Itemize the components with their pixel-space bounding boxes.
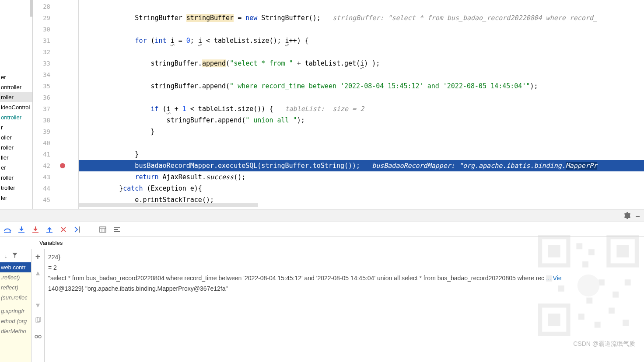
gutter-row[interactable]: 35: [33, 80, 78, 92]
gutter-row[interactable]: 45: [33, 194, 78, 205]
debug-toolbar: [0, 222, 644, 237]
breakpoint-icon[interactable]: [60, 163, 65, 168]
code-line[interactable]: stringBuffer.append(" where record_time …: [79, 80, 644, 92]
variable-row[interactable]: = 2: [48, 262, 640, 273]
force-step-into-icon[interactable]: [32, 226, 39, 233]
file-tree-item[interactable]: troller: [0, 183, 32, 193]
editor-gutter[interactable]: 282930313233343536373839404142434445: [33, 0, 79, 209]
trace-icon[interactable]: [113, 226, 121, 233]
code-line[interactable]: if (i + 1 < tableList.size()) { tableLis…: [79, 103, 644, 115]
code-line[interactable]: }: [79, 126, 644, 137]
gutter-row[interactable]: 41: [33, 149, 78, 160]
stack-frame-item[interactable]: dlerMetho: [0, 326, 31, 336]
file-tree-panel[interactable]: erontrollerrollerideoControlontrollerrol…: [0, 0, 33, 209]
gutter-row[interactable]: 39: [33, 126, 78, 137]
minimize-icon[interactable]: —: [636, 212, 640, 220]
gutter-row[interactable]: 44: [33, 183, 78, 194]
gutter-row[interactable]: 32: [33, 46, 78, 58]
gutter-row[interactable]: 28: [33, 1, 78, 12]
gutter-row[interactable]: 40: [33, 137, 78, 149]
code-line[interactable]: [79, 137, 644, 149]
variables-tab[interactable]: Variables: [0, 237, 644, 249]
code-line[interactable]: }catch (Exception e){: [79, 183, 644, 194]
gutter-row[interactable]: 31: [33, 35, 78, 46]
file-tree-item[interactable]: ontroller: [0, 82, 32, 92]
editor-h-scrollbar[interactable]: [79, 203, 258, 207]
gutter-row[interactable]: 42: [33, 160, 78, 171]
stack-frame-item[interactable]: g.springfr: [0, 306, 31, 316]
file-tree-item[interactable]: ler: [0, 193, 32, 203]
stack-frame-item[interactable]: ethod (org: [0, 316, 31, 326]
code-line[interactable]: busBadaoRecordMapper.executeSQL(stringBu…: [79, 160, 644, 171]
stack-frame-item[interactable]: web.contr: [0, 262, 31, 272]
file-tree-scrollbar[interactable]: [30, 0, 33, 17]
gutter-row[interactable]: 36: [33, 92, 78, 103]
line-number: 35: [33, 80, 50, 92]
code-editor[interactable]: StringBuffer stringBuffer = new StringBu…: [79, 0, 644, 209]
code-line[interactable]: [79, 1, 644, 12]
gutter-row[interactable]: 43: [33, 171, 78, 183]
line-number: 32: [33, 46, 50, 58]
line-number: 34: [33, 69, 50, 80]
stack-frame-item[interactable]: reflect): [0, 282, 31, 292]
frame-down-icon[interactable]: ↓: [4, 253, 7, 259]
run-to-cursor-icon[interactable]: [74, 226, 81, 233]
stack-frame-item[interactable]: (sun.reflec: [0, 292, 31, 303]
gutter-row[interactable]: 38: [33, 115, 78, 126]
line-number: 30: [33, 24, 50, 35]
file-tree-item[interactable]: roller: [0, 92, 32, 102]
file-tree-item[interactable]: r: [0, 122, 32, 132]
svg-rect-5: [100, 227, 106, 232]
gutter-row[interactable]: 34: [33, 69, 78, 80]
file-tree-item[interactable]: roller: [0, 173, 32, 183]
code-line[interactable]: stringBuffer.append("select * from " + t…: [79, 58, 644, 69]
code-line[interactable]: [79, 24, 644, 35]
gear-icon[interactable]: [624, 212, 631, 221]
file-tree-item[interactable]: ller: [0, 153, 32, 163]
code-line[interactable]: for (int i = 0; i < tableList.size(); i+…: [79, 35, 644, 46]
evaluate-expression-icon[interactable]: [99, 226, 107, 233]
step-over-icon[interactable]: [4, 226, 11, 233]
code-line[interactable]: return AjaxResult.success();: [79, 171, 644, 183]
line-number: 37: [33, 103, 50, 115]
gutter-row[interactable]: 29: [33, 12, 78, 24]
file-tree-item[interactable]: ideoControl: [0, 102, 32, 112]
line-number: 38: [33, 115, 50, 126]
code-line[interactable]: }: [79, 149, 644, 160]
file-tree-item[interactable]: ontroller: [0, 112, 32, 122]
line-number: 43: [33, 171, 50, 183]
filter-icon[interactable]: [12, 252, 18, 260]
step-out-icon[interactable]: [46, 226, 53, 233]
file-tree-item[interactable]: er: [0, 163, 32, 173]
stack-frame-item[interactable]: .reflect): [0, 272, 31, 282]
file-tree-item[interactable]: roller: [0, 143, 32, 153]
gutter-row[interactable]: 37: [33, 103, 78, 115]
stack-frame-item[interactable]: [0, 303, 31, 306]
nav-up-icon[interactable]: ▲: [36, 269, 40, 277]
variable-row[interactable]: "select * from bus_badao_record20220804 …: [48, 273, 640, 283]
variable-row[interactable]: 224}: [48, 252, 640, 262]
frames-panel[interactable]: ↓ web.contr.reflect)reflect)(sun.reflecg…: [0, 249, 32, 362]
gutter-row[interactable]: 33: [33, 58, 78, 69]
nav-down-icon[interactable]: ▼: [36, 301, 40, 309]
step-into-icon[interactable]: [18, 226, 25, 233]
add-watch-icon[interactable]: +: [35, 252, 40, 261]
code-line[interactable]: [79, 69, 644, 80]
variable-row[interactable]: 140@13229} "org.apache.ibatis.binding.Ma…: [48, 283, 640, 294]
view-link[interactable]: ... Vie: [546, 275, 562, 282]
frames-toolbar: ↓: [0, 249, 31, 262]
file-tree-item[interactable]: oller: [0, 132, 32, 143]
line-number: 40: [33, 137, 50, 149]
code-line[interactable]: [79, 92, 644, 103]
code-line[interactable]: [79, 46, 644, 58]
code-line[interactable]: StringBuffer stringBuffer = new StringBu…: [79, 12, 644, 24]
copy-icon[interactable]: [35, 317, 41, 325]
variables-body[interactable]: 224}= 2 "select * from bus_badao_record2…: [45, 249, 644, 362]
tool-window-header[interactable]: —: [0, 209, 644, 222]
gutter-row[interactable]: 30: [33, 24, 78, 35]
line-number: 45: [33, 194, 50, 205]
glasses-icon[interactable]: [35, 333, 42, 341]
file-tree-item[interactable]: er: [0, 72, 32, 82]
drop-frame-icon[interactable]: [60, 226, 67, 233]
code-line[interactable]: stringBuffer.append(" union all ");: [79, 115, 644, 126]
